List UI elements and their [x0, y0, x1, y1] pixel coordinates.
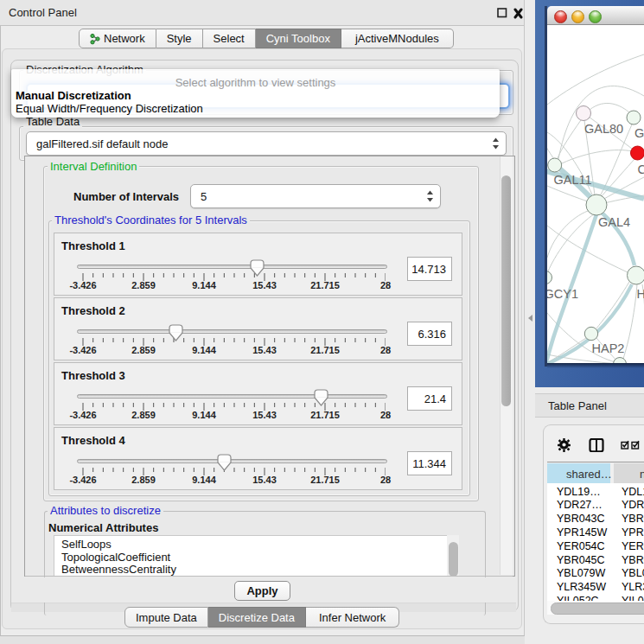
svg-text:H: H [637, 287, 644, 301]
svg-text:GAL4: GAL4 [598, 215, 630, 229]
svg-text:GAL80: GAL80 [584, 122, 623, 136]
svg-text:GCY1: GCY1 [547, 287, 578, 301]
svg-text:HAP2: HAP2 [592, 341, 625, 355]
svg-text:GA: GA [634, 126, 644, 140]
svg-text:C: C [638, 163, 644, 176]
svg-text:GAL11: GAL11 [554, 173, 592, 187]
